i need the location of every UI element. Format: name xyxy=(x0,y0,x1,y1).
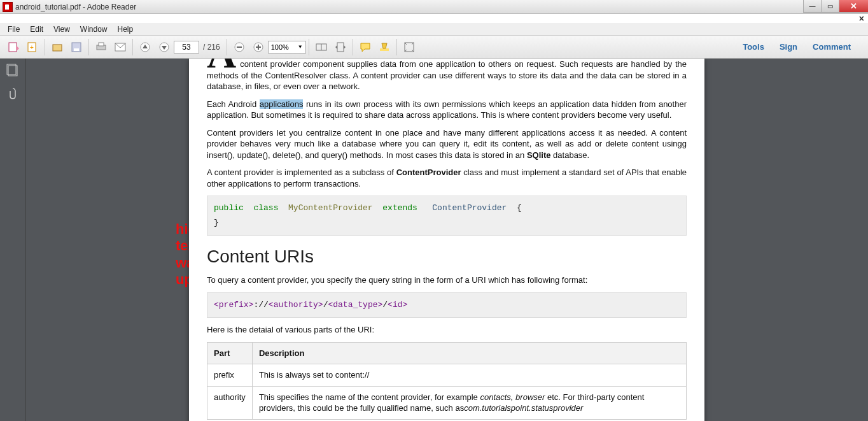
dropcap: A xyxy=(207,59,236,66)
print-icon[interactable] xyxy=(94,39,109,55)
uri-parts-table: Part Description prefix This is always s… xyxy=(207,342,687,420)
heading-content-uris[interactable]: Content URIs xyxy=(207,245,687,269)
right-panel-tabs: Tools Sign Comment xyxy=(736,39,864,55)
zoom-in-icon[interactable] xyxy=(251,39,266,55)
svg-rect-24 xyxy=(380,48,389,51)
table-cell[interactable]: This specifies the name of the content p… xyxy=(252,386,686,419)
menu-view[interactable]: View xyxy=(48,24,75,35)
toolbar-separator xyxy=(227,39,227,55)
menu-window[interactable]: Window xyxy=(75,24,113,35)
svg-rect-21 xyxy=(337,43,344,52)
create-pdf-icon[interactable]: + xyxy=(25,39,40,55)
svg-text:+: + xyxy=(30,44,34,51)
toolbar-separator xyxy=(353,39,353,55)
maximize-button[interactable]: ▭ xyxy=(821,0,839,13)
document-close-row: × xyxy=(0,14,868,23)
window-title: android_tutorial.pdf - Adobe Reader xyxy=(15,3,136,11)
toolbar-separator xyxy=(88,39,89,55)
code-block[interactable]: <prefix>://<authority>/<data_type>/<id> xyxy=(207,292,687,318)
menu-file[interactable]: File xyxy=(3,24,25,35)
svg-marker-22 xyxy=(335,45,337,49)
zoom-level-select[interactable]: 100%▼ xyxy=(268,41,306,54)
menu-help[interactable]: Help xyxy=(113,24,139,35)
document-close-icon[interactable]: × xyxy=(859,13,864,24)
svg-rect-0 xyxy=(9,43,17,52)
svg-rect-6 xyxy=(74,48,79,51)
table-header: Description xyxy=(252,342,686,364)
window-controls: — ▭ ✕ xyxy=(803,0,868,13)
export-pdf-icon[interactable] xyxy=(6,39,21,55)
paragraph-text[interactable]: database. xyxy=(550,150,589,160)
page-down-icon[interactable] xyxy=(157,39,172,55)
paragraph-text[interactable]: Each Android xyxy=(207,99,260,109)
toolbar-separator xyxy=(396,39,397,55)
toolbar: + / 216 100%▼ Tools Sign Comment xyxy=(0,36,868,59)
table-cell[interactable]: authority xyxy=(207,386,253,419)
svg-rect-4 xyxy=(53,45,62,51)
side-panel xyxy=(0,59,25,421)
svg-marker-25 xyxy=(382,43,387,48)
main-area: highlight the text that you want to look… xyxy=(0,59,868,421)
zoom-value: 100% xyxy=(271,43,289,51)
paragraph-text[interactable]: To query a content provider, you specify… xyxy=(207,275,687,286)
svg-marker-1 xyxy=(17,46,19,51)
thumbnails-icon[interactable] xyxy=(6,64,20,78)
close-button[interactable]: ✕ xyxy=(839,0,868,13)
paragraph-text[interactable]: A content provider is implemented as a s… xyxy=(207,168,396,177)
save-icon[interactable] xyxy=(69,39,84,55)
chevron-down-icon: ▼ xyxy=(298,44,303,50)
attachments-icon[interactable] xyxy=(6,87,20,101)
pdf-page: A content provider component supplies da… xyxy=(189,59,704,421)
fit-page-icon[interactable] xyxy=(333,39,348,55)
table-row: authority This specifies the name of the… xyxy=(207,386,687,419)
email-icon[interactable] xyxy=(113,39,128,55)
table-header-row: Part Description xyxy=(207,342,687,364)
bold-text[interactable]: SQlite xyxy=(527,150,551,160)
svg-rect-8 xyxy=(99,43,104,46)
minimize-button[interactable]: — xyxy=(803,0,821,13)
bold-text[interactable]: ContentProvider xyxy=(396,168,461,177)
tab-tools[interactable]: Tools xyxy=(736,39,771,55)
table-row: prefix This is always set to content:// xyxy=(207,364,687,387)
highlight-icon[interactable] xyxy=(377,39,392,55)
toolbar-separator xyxy=(309,39,309,55)
menu-edit[interactable]: Edit xyxy=(25,24,48,35)
menu-bar: File Edit View Window Help xyxy=(0,23,868,36)
document-content[interactable]: A content provider component supplies da… xyxy=(207,59,687,420)
tab-sign[interactable]: Sign xyxy=(773,39,804,55)
page-total: / 216 xyxy=(203,43,220,52)
svg-rect-15 xyxy=(237,46,242,48)
table-header: Part xyxy=(207,342,253,364)
open-icon[interactable] xyxy=(50,39,65,55)
svg-rect-18 xyxy=(258,45,259,50)
code-block[interactable]: public class MyContentProvider extends C… xyxy=(207,196,687,235)
toolbar-separator xyxy=(132,39,133,55)
page-number-input[interactable] xyxy=(174,41,199,54)
read-mode-icon[interactable] xyxy=(402,39,417,55)
paragraph-text[interactable]: Content providers let you centralize con… xyxy=(207,128,687,160)
window-titlebar: android_tutorial.pdf - Adobe Reader — ▭ … xyxy=(0,0,868,14)
fit-width-icon[interactable] xyxy=(314,39,329,55)
document-viewer[interactable]: highlight the text that you want to look… xyxy=(25,59,868,421)
table-cell[interactable]: prefix xyxy=(207,364,253,387)
sticky-note-icon[interactable] xyxy=(358,39,373,55)
paragraph-text[interactable]: Here is the detaial of various parts of … xyxy=(207,324,687,336)
adobe-reader-icon xyxy=(3,2,13,12)
svg-marker-23 xyxy=(344,45,346,49)
zoom-out-icon[interactable] xyxy=(232,39,247,55)
page-up-icon[interactable] xyxy=(137,39,153,55)
table-cell[interactable]: This is always set to content:// xyxy=(252,364,686,387)
highlighted-text[interactable]: applications xyxy=(260,99,304,109)
tab-comment[interactable]: Comment xyxy=(806,39,858,55)
paragraph-text[interactable]: content provider component supplies data… xyxy=(207,59,687,91)
toolbar-separator xyxy=(45,39,45,55)
